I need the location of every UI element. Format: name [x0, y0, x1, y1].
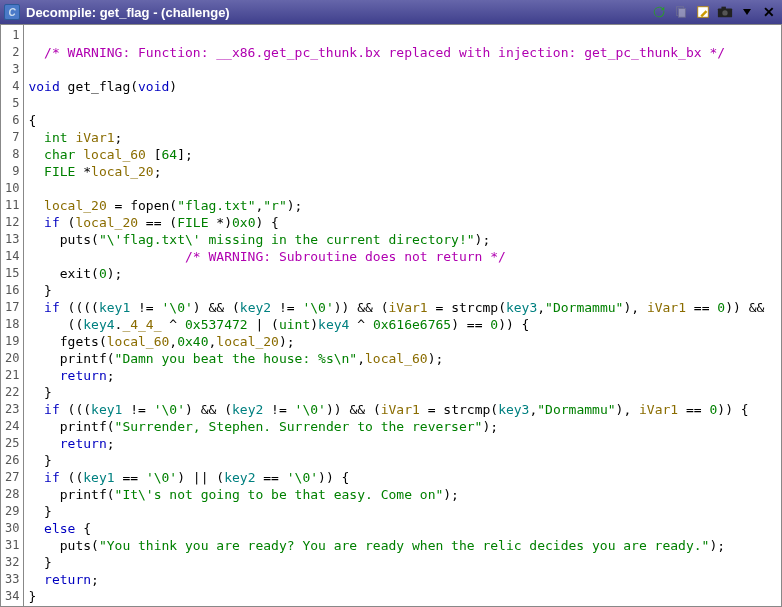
- line-number: 18: [1, 316, 23, 333]
- line-number: 9: [1, 163, 23, 180]
- line-number: 16: [1, 282, 23, 299]
- close-icon[interactable]: ✕: [760, 3, 778, 21]
- line-number: 34: [1, 588, 23, 605]
- code-line: fgets(local_60,0x40,local_20);: [24, 333, 781, 350]
- code-line: else {: [24, 520, 781, 537]
- code-line: return;: [24, 435, 781, 452]
- line-number: 10: [1, 180, 23, 197]
- code-line: return;: [24, 367, 781, 384]
- line-number: 23: [1, 401, 23, 418]
- code-line: if ((key1 == '\0') || (key2 == '\0')) {: [24, 469, 781, 486]
- line-number: 27: [1, 469, 23, 486]
- svg-rect-1: [678, 9, 685, 18]
- line-number: 15: [1, 265, 23, 282]
- code-line: printf("It\'s not going to be that easy.…: [24, 486, 781, 503]
- code-line: local_20 = fopen("flag.txt","r");: [24, 197, 781, 214]
- line-number: 11: [1, 197, 23, 214]
- code-area[interactable]: /* WARNING: Function: __x86.get_pc_thunk…: [24, 25, 781, 606]
- code-line: [24, 180, 781, 197]
- code-line: /* WARNING: Subroutine does not return *…: [24, 248, 781, 265]
- line-number: 3: [1, 61, 23, 78]
- dropdown-icon[interactable]: [738, 3, 756, 21]
- code-line: [24, 27, 781, 44]
- code-line: if (local_20 == (FILE *)0x0) {: [24, 214, 781, 231]
- line-number: 24: [1, 418, 23, 435]
- app-icon: C: [4, 4, 20, 20]
- code-line: ((key4._4_4_ ^ 0x537472 | (uint)key4 ^ 0…: [24, 316, 781, 333]
- line-number: 4: [1, 78, 23, 95]
- code-line: return;: [24, 571, 781, 588]
- line-number: 2: [1, 44, 23, 61]
- line-number: 32: [1, 554, 23, 571]
- code-line: }: [24, 384, 781, 401]
- line-number: 8: [1, 146, 23, 163]
- refresh-icon[interactable]: [650, 3, 668, 21]
- window-title: Decompile: get_flag - (challenge): [26, 5, 646, 20]
- line-number: 29: [1, 503, 23, 520]
- code-line: puts("\'flag.txt\' missing in the curren…: [24, 231, 781, 248]
- snapshot-icon[interactable]: [716, 3, 734, 21]
- code-line: [24, 605, 781, 606]
- code-line: /* WARNING: Function: __x86.get_pc_thunk…: [24, 44, 781, 61]
- decompile-panel: 1234567891011121314151617181920212223242…: [0, 24, 782, 607]
- svg-rect-4: [721, 7, 725, 10]
- code-line: FILE *local_20;: [24, 163, 781, 180]
- svg-point-5: [722, 10, 727, 15]
- line-number: 25: [1, 435, 23, 452]
- line-number: 33: [1, 571, 23, 588]
- copy-icon[interactable]: [672, 3, 690, 21]
- code-line: printf("Surrender, Stephen. Surrender to…: [24, 418, 781, 435]
- line-number: 22: [1, 384, 23, 401]
- window-titlebar: C Decompile: get_flag - (challenge) ✕: [0, 0, 782, 24]
- line-number: 5: [1, 95, 23, 112]
- code-line: }: [24, 554, 781, 571]
- line-number: 30: [1, 520, 23, 537]
- line-number: 1: [1, 27, 23, 44]
- code-line: if ((((key1 != '\0') && (key2 != '\0')) …: [24, 299, 781, 316]
- code-line: {: [24, 112, 781, 129]
- line-number: 19: [1, 333, 23, 350]
- code-line: puts("You think you are ready? You are r…: [24, 537, 781, 554]
- line-number: 7: [1, 129, 23, 146]
- line-number-gutter: 1234567891011121314151617181920212223242…: [1, 25, 24, 606]
- line-number: 28: [1, 486, 23, 503]
- line-number: 13: [1, 231, 23, 248]
- code-line: void get_flag(void): [24, 78, 781, 95]
- code-line: }: [24, 282, 781, 299]
- line-number: 31: [1, 537, 23, 554]
- code-line: int iVar1;: [24, 129, 781, 146]
- code-line: char local_60 [64];: [24, 146, 781, 163]
- code-line: }: [24, 452, 781, 469]
- line-number: 17: [1, 299, 23, 316]
- code-line: }: [24, 503, 781, 520]
- line-number: 14: [1, 248, 23, 265]
- line-number: 12: [1, 214, 23, 231]
- code-line: [24, 95, 781, 112]
- edit-icon[interactable]: [694, 3, 712, 21]
- code-line: printf("Damn you beat the house: %s\n",l…: [24, 350, 781, 367]
- line-number: 21: [1, 367, 23, 384]
- code-line: exit(0);: [24, 265, 781, 282]
- line-number: 26: [1, 452, 23, 469]
- line-number: 6: [1, 112, 23, 129]
- line-number: 20: [1, 350, 23, 367]
- code-line: }: [24, 588, 781, 605]
- code-line: [24, 61, 781, 78]
- code-line: if (((key1 != '\0') && (key2 != '\0')) &…: [24, 401, 781, 418]
